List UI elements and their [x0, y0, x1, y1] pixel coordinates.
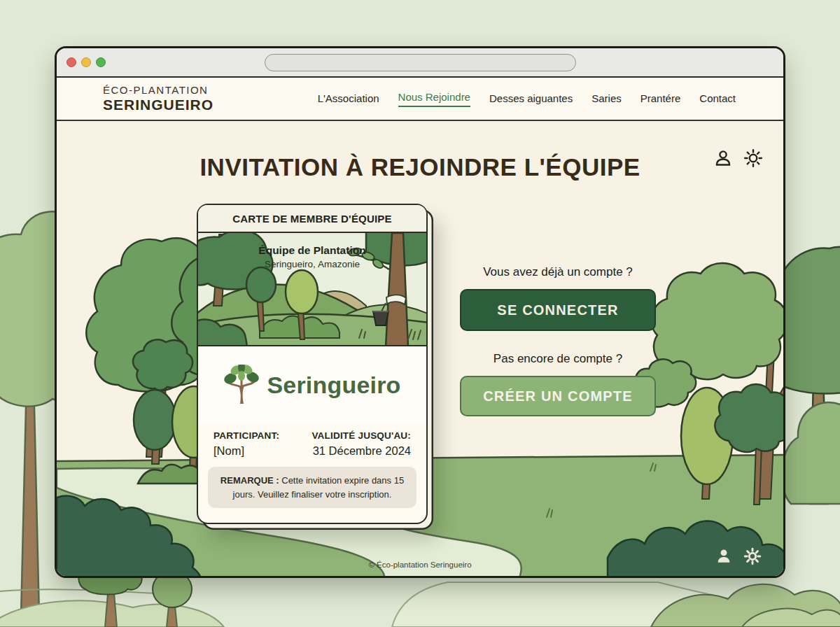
login-button[interactable]: SE CONNECTER [460, 289, 656, 331]
page-title: INVITATION À REJOINDRE L'ÉQUIPE [57, 153, 783, 181]
signup-prompt: Pas encore de compte ? [460, 352, 656, 366]
close-light[interactable] [66, 57, 76, 67]
nav-item-association[interactable]: L'Association [318, 92, 379, 106]
card-brand: Seringueiro [198, 346, 426, 423]
url-bar[interactable] [265, 54, 576, 71]
card-title: CARTE DE MEMBRE D'ÉQUIPE [198, 205, 426, 233]
membership-card: CARTE DE MEMBRE D'ÉQUIPE [197, 204, 428, 524]
participant-label: PARTICIPANT: [214, 430, 279, 441]
gear-icon[interactable] [743, 547, 762, 566]
site-header: ÉCO-PLANTATION SERINGUEIRO L'Association… [57, 78, 783, 121]
card-info: PARTICIPANT: [Nom] VALIDITÉ JUSQU'AU: 31… [198, 423, 426, 458]
corner-icons-bottom [715, 547, 762, 566]
brand-name: Seringueiro [267, 372, 400, 399]
nav-item-desses-aiguantes[interactable]: Desses aiguantes [489, 92, 573, 106]
zoom-light[interactable] [96, 57, 106, 67]
site-logo[interactable]: ÉCO-PLANTATION SERINGUEIRO [103, 84, 214, 113]
card-remark: REMARQUE : Cette invitation expire dans … [208, 467, 416, 508]
validity-label: VALIDITÉ JUSQU'AU: [312, 430, 411, 441]
nav-item-prantere[interactable]: Prantére [640, 92, 681, 106]
nav-item-nous-rejoindre[interactable]: Nous Rejoindre [398, 91, 470, 107]
login-prompt: Vous avez déjà un compte ? [460, 265, 656, 279]
logo-line1: ÉCO-PLANTATION [103, 84, 214, 96]
validity-value: 31 Décembre 2024 [312, 444, 411, 458]
user-icon[interactable] [715, 547, 733, 565]
tree-icon [223, 365, 260, 405]
card-team-block: Équipe de Plantation Seringueiro, Amazon… [198, 244, 426, 269]
remark-label: REMARQUE : [220, 475, 279, 486]
browser-chrome [57, 48, 783, 78]
footer-copyright: © Éco-plantation Seringueiro [57, 561, 783, 569]
card-team-name: Équipe de Plantation [198, 244, 426, 257]
user-icon[interactable] [713, 148, 733, 168]
main-content: INVITATION À REJOINDRE L'ÉQUIPE [57, 121, 783, 578]
main-nav: L'Association Nous Rejoindre Desses aigu… [318, 91, 736, 107]
card-team-location: Seringueiro, Amazonie [198, 259, 426, 269]
signup-button[interactable]: CRÉER UN COMPTE [460, 376, 656, 416]
traffic-lights [66, 57, 106, 67]
corner-icons-top [713, 148, 764, 169]
nav-item-saries[interactable]: Saries [592, 92, 622, 106]
browser-window: ÉCO-PLANTATION SERINGUEIRO L'Association… [55, 46, 785, 578]
minimize-light[interactable] [81, 57, 91, 67]
nav-item-contact[interactable]: Contact [699, 92, 736, 106]
card-illustration: Équipe de Plantation Seringueiro, Amazon… [198, 233, 426, 346]
logo-line2: SERINGUEIRO [103, 97, 214, 113]
participant-value: [Nom] [214, 444, 279, 458]
gear-icon[interactable] [743, 148, 764, 169]
